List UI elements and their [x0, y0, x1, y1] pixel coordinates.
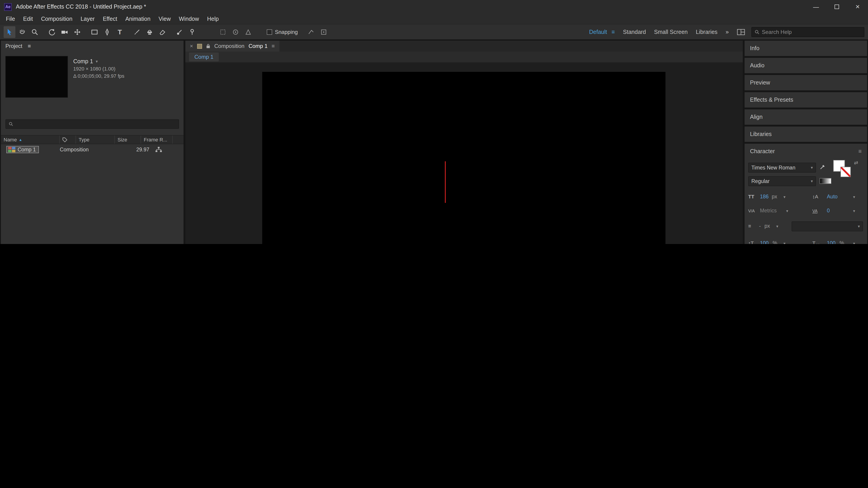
- puppet-pin-tool[interactable]: [186, 26, 198, 38]
- column-frame-rate[interactable]: Frame R...: [141, 135, 173, 144]
- panel-tab-info[interactable]: Info: [745, 41, 867, 56]
- composition-viewport[interactable]: [185, 62, 743, 244]
- composition-canvas[interactable]: [262, 72, 665, 244]
- panel-tab-audio[interactable]: Audio: [745, 58, 867, 73]
- workspace-small-screen[interactable]: Small Screen: [654, 29, 688, 35]
- workspace-standard[interactable]: Standard: [623, 29, 646, 35]
- viewer-tab[interactable]: Comp 1: [189, 53, 219, 61]
- pan-behind-tool[interactable]: [71, 26, 83, 38]
- character-panel-title: Character: [750, 148, 775, 155]
- stroke-color-swatch[interactable]: [840, 167, 851, 177]
- menu-view[interactable]: View: [155, 15, 175, 22]
- swap-fill-stroke-icon[interactable]: ⇄: [854, 160, 858, 166]
- composition-tab[interactable]: × Composition Comp 1 ≡: [185, 41, 279, 52]
- chevron-down-icon[interactable]: ▾: [783, 195, 785, 199]
- tracking-value[interactable]: 0: [827, 208, 830, 213]
- composition-tab-comp-name: Comp 1: [248, 43, 268, 49]
- menu-layer[interactable]: Layer: [76, 15, 99, 22]
- roto-brush-tool[interactable]: [174, 26, 185, 38]
- panel-tab-preview[interactable]: Preview: [745, 75, 867, 90]
- maximize-icon: [835, 4, 839, 9]
- eyedropper-icon[interactable]: [819, 164, 826, 170]
- project-search-input[interactable]: [16, 121, 176, 127]
- chevron-down-icon[interactable]: ▾: [783, 241, 785, 244]
- panel-menu-icon[interactable]: ≡: [272, 43, 275, 49]
- menu-composition[interactable]: Composition: [37, 15, 76, 22]
- snap-option-2-icon[interactable]: [318, 26, 329, 38]
- pen-tool[interactable]: [101, 26, 113, 38]
- project-panel-menu-icon[interactable]: ≡: [28, 43, 31, 49]
- minimize-button[interactable]: —: [806, 0, 827, 13]
- close-tab-icon[interactable]: ×: [190, 43, 193, 49]
- stroke-width-value[interactable]: -: [759, 223, 761, 229]
- chevron-down-icon[interactable]: ▾: [776, 224, 778, 229]
- project-preview-thumbnail: [5, 56, 68, 98]
- close-button[interactable]: ×: [847, 0, 868, 13]
- hand-tool[interactable]: [16, 26, 28, 38]
- project-item-row[interactable]: Comp 1 Composition 29.97: [1, 144, 184, 155]
- zoom-tool[interactable]: [29, 26, 41, 38]
- eraser-tool[interactable]: [156, 26, 168, 38]
- workspace-panel-icon[interactable]: [737, 29, 745, 35]
- rotation-tool[interactable]: [46, 26, 58, 38]
- project-search[interactable]: [5, 119, 179, 129]
- chevron-down-icon[interactable]: ▾: [96, 58, 98, 65]
- menu-animation[interactable]: Animation: [121, 15, 154, 22]
- after-effects-window: Ae Adobe After Effects CC 2018 - Untitle…: [0, 0, 868, 244]
- column-name[interactable]: Name ▲: [1, 135, 60, 144]
- stroke-style-select[interactable]: ▾: [792, 221, 863, 231]
- tracking-icon: VA: [812, 209, 817, 213]
- font-size-value[interactable]: 186: [760, 194, 769, 199]
- shape-tool[interactable]: [89, 26, 100, 38]
- help-search-input[interactable]: [762, 29, 861, 35]
- clone-stamp-tool[interactable]: [144, 26, 156, 38]
- panel-tab-align[interactable]: Align: [745, 109, 867, 125]
- menu-window[interactable]: Window: [175, 15, 203, 22]
- project-comp-name[interactable]: Comp 1: [73, 58, 93, 65]
- chevron-down-icon[interactable]: ▾: [853, 209, 855, 213]
- column-type[interactable]: Type: [76, 135, 115, 144]
- type-tool[interactable]: T: [114, 26, 126, 38]
- font-style-select[interactable]: Regular ▾: [748, 176, 816, 186]
- panel-tab-libraries[interactable]: Libraries: [745, 127, 867, 142]
- chevron-down-icon[interactable]: ▾: [853, 241, 855, 244]
- kerning-value[interactable]: Metrics: [760, 208, 777, 213]
- menu-file[interactable]: File: [2, 15, 19, 22]
- font-family-select[interactable]: Times New Roman ▾: [748, 163, 816, 173]
- workspace-libraries[interactable]: Libraries: [696, 29, 717, 35]
- column-label[interactable]: [60, 135, 76, 144]
- camera-tool[interactable]: [59, 26, 70, 38]
- project-item-framerate: 29.97: [110, 147, 149, 152]
- menu-help[interactable]: Help: [203, 15, 223, 22]
- font-size-icon: TT: [748, 194, 754, 199]
- chevron-down-icon[interactable]: ▾: [786, 209, 788, 213]
- column-size[interactable]: Size: [115, 135, 141, 144]
- brush-tool[interactable]: [131, 26, 143, 38]
- chevron-down-icon[interactable]: ▾: [853, 195, 855, 199]
- menu-effect[interactable]: Effect: [99, 15, 121, 22]
- character-panel-header[interactable]: Character ≡: [745, 144, 867, 159]
- leading-value[interactable]: Auto: [827, 194, 837, 199]
- panel-menu-icon[interactable]: ≡: [858, 148, 862, 155]
- workspace-overflow-icon[interactable]: »: [725, 29, 729, 35]
- workspace-menu-icon[interactable]: ≡: [612, 29, 615, 35]
- snap-option-1-icon[interactable]: [305, 26, 317, 38]
- tool-option-2-icon[interactable]: [230, 26, 241, 38]
- maximize-button[interactable]: [827, 0, 847, 13]
- vertical-scale-value[interactable]: 100: [760, 240, 769, 244]
- stroke-width-icon: ≡: [748, 223, 751, 229]
- selection-tool[interactable]: [4, 26, 16, 38]
- panel-tab-effects-presets[interactable]: Effects & Presets: [745, 92, 867, 107]
- search-icon: [8, 122, 13, 127]
- gradient-swatch[interactable]: [819, 178, 831, 184]
- snapping-checkbox[interactable]: [267, 29, 272, 35]
- horizontal-scale-icon: T↔: [812, 240, 820, 244]
- help-search[interactable]: [751, 27, 864, 37]
- main-area: Project ≡ Comp 1 ▾ 1920 × 1080 (1.00) Δ …: [0, 40, 868, 244]
- project-item-selected[interactable]: Comp 1: [6, 146, 39, 153]
- workspace-default[interactable]: Default: [589, 29, 607, 35]
- tool-option-3-icon[interactable]: [242, 26, 254, 38]
- tool-option-1-icon[interactable]: [217, 26, 229, 38]
- menu-edit[interactable]: Edit: [19, 15, 37, 22]
- horizontal-scale-value[interactable]: 100: [827, 240, 835, 244]
